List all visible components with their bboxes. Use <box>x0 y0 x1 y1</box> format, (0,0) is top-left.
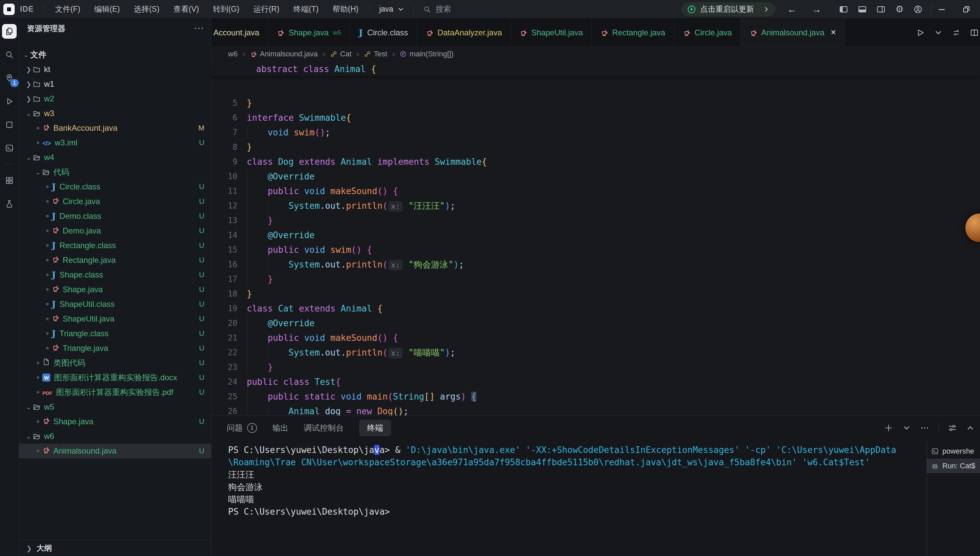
menu-item-终端T[interactable]: 终端(T) <box>286 0 325 18</box>
panel-tab-调试控制台[interactable]: 调试控制台 <box>304 423 344 433</box>
window-minimize-button[interactable] <box>937 5 946 14</box>
tree-item-label: Triangle.class <box>59 329 108 338</box>
tab-Account.java[interactable]: Account.java <box>211 19 268 46</box>
panel-sliders-icon[interactable] <box>948 423 957 432</box>
tree-file-图形面积计算器重构实验报告.docx[interactable]: W图形面积计算器重构实验报告.docxU <box>19 370 211 385</box>
explorer-more-actions-icon[interactable]: ··· <box>194 24 204 33</box>
panel-tab-问题[interactable]: 问题1 <box>227 423 257 433</box>
activity-source-control-button[interactable]: 1 <box>2 71 17 86</box>
activity-run-debug-button[interactable] <box>2 94 17 109</box>
menu-item-文件F[interactable]: 文件(F) <box>48 0 87 18</box>
tab-Circle.java[interactable]: Circle.java <box>674 19 741 46</box>
tree-file-Shape.java[interactable]: Shape.javaU <box>19 414 211 429</box>
tree-file-ShapeUtil.class[interactable]: JShapeUtil.classU <box>19 297 211 312</box>
tree-file-Triangle.java[interactable]: Triangle.javaU <box>19 341 211 356</box>
breadcrumb-item-Cat[interactable]: Cat <box>331 50 352 58</box>
account-icon[interactable] <box>914 5 922 14</box>
editor-chev-down-icon[interactable] <box>934 28 943 37</box>
tree-file-Rectangle.java[interactable]: Rectangle.javaU <box>19 253 211 267</box>
tab-Shape.java[interactable]: Shape.javaw5 <box>268 19 350 46</box>
breadcrumb-item-Test[interactable]: Test <box>364 50 387 58</box>
tree-file-BankAccount.java[interactable]: BankAccount.javaM <box>19 121 211 136</box>
problems-count-badge: 1 <box>247 423 257 433</box>
panel-ellipsis-icon[interactable] <box>920 423 929 432</box>
tree-file-类图代码[interactable]: 类图代码U <box>19 356 211 370</box>
toggle-left-sidebar-icon[interactable] <box>839 5 848 14</box>
tree-file-ShapeUtil.java[interactable]: ShapeUtil.javaU <box>19 312 211 326</box>
restart-to-update-button[interactable]: 点击重启以更新 <box>681 2 776 16</box>
session-Run-Cat-[interactable]: Run: Cat$ <box>927 459 980 473</box>
activity-extensions-button[interactable] <box>2 117 17 132</box>
activity-terminal-button[interactable] <box>2 141 17 155</box>
settings-gear-icon[interactable]: ⚙ <box>895 4 904 15</box>
tree-file-Circle.java[interactable]: Circle.javaU <box>19 194 211 209</box>
toggle-bottom-panel-icon[interactable] <box>858 5 867 14</box>
window-restore-button[interactable] <box>962 5 971 14</box>
activity-explorer-button[interactable] <box>2 24 17 39</box>
tree-folder-w3[interactable]: ⌄w3 <box>19 106 211 121</box>
activity-layout-grid-button[interactable] <box>2 173 17 188</box>
global-search[interactable]: 搜索 <box>418 4 456 15</box>
tree-folder-w1[interactable]: ❯w1 <box>19 77 211 91</box>
toggle-right-sidebar-icon[interactable] <box>877 5 885 14</box>
tree-file-Shape.class[interactable]: JShape.classU <box>19 267 211 282</box>
menu-item-帮助H[interactable]: 帮助(H) <box>325 0 365 18</box>
panel-tab-输出[interactable]: 输出 <box>273 423 289 433</box>
tree-folder-kt[interactable]: ❯kt <box>19 62 211 77</box>
tree-folder-代码[interactable]: ⌄代码 <box>19 165 211 179</box>
tree-folder-w2[interactable]: ❯w2 <box>19 91 211 106</box>
tree-file-Demo.java[interactable]: Demo.javaU <box>19 223 211 238</box>
tree-file-Triangle.class[interactable]: JTriangle.classU <box>19 326 211 341</box>
activity-test-beaker-button[interactable] <box>2 196 17 211</box>
tree-file-Rectangle.class[interactable]: JRectangle.classU <box>19 238 211 253</box>
breadcrumb-item-main(String[])[interactable]: main(String[]) <box>400 50 454 58</box>
git-status-badge: M <box>199 124 211 133</box>
tab-DataAnalyzer.java[interactable]: DataAnalyzer.java <box>417 19 511 46</box>
editor-swap-icon[interactable] <box>952 28 961 37</box>
tree-folder-w6[interactable]: ⌄w6 <box>19 429 211 444</box>
breadcrumb-item-Animalsound.java[interactable]: Animalsound.java <box>250 50 318 58</box>
terminal-output[interactable]: PS C:\Users\yuwei\Desktop\java> & 'D:\ja… <box>228 444 923 518</box>
panel-plus-icon[interactable] <box>884 423 893 432</box>
menu-item-转到G[interactable]: 转到(G) <box>206 0 246 18</box>
tree-folder-w5[interactable]: ⌄w5 <box>19 399 211 414</box>
nav-forward-button[interactable]: → <box>812 4 822 15</box>
code-editor[interactable]: 5}6interface Swimmable{7 void swim();8}9… <box>211 96 980 434</box>
session-powershe[interactable]: powershe <box>927 444 980 459</box>
menu-item-选择S[interactable]: 选择(S) <box>127 0 166 18</box>
editor-tabs: Account.javaShape.javaw5JCircle.classDat… <box>211 19 980 47</box>
tree-file-图形面积计算器重构实验报告.pdf[interactable]: PDF图形面积计算器重构实验报告.pdfU <box>19 385 211 399</box>
panel-chev-up-icon[interactable] <box>966 423 975 432</box>
pdf-icon: PDF <box>42 390 52 396</box>
project-picker[interactable]: java <box>374 5 410 14</box>
outline-section[interactable]: ❯ 大纲 <box>19 540 211 556</box>
code-text: class Cat extends Animal { <box>247 301 383 316</box>
editor-run-icon[interactable] <box>916 28 925 37</box>
tree-folder-文件[interactable]: ⌄文件 <box>19 47 211 62</box>
tab-ShapeUtil.java[interactable]: ShapeUtil.java <box>511 19 592 46</box>
breadcrumb-item-w6[interactable]: w6 <box>228 50 237 58</box>
menu-item-运行R[interactable]: 运行(R) <box>246 0 286 18</box>
tree-file-w3.iml[interactable]: </>w3.imlU <box>19 136 211 150</box>
menu-item-查看V[interactable]: 查看(V) <box>166 0 206 18</box>
tab-Rectangle.java[interactable]: Rectangle.java <box>592 19 674 46</box>
tree-file-Shape.java[interactable]: Shape.javaU <box>19 282 211 297</box>
file-dot-icon <box>46 244 49 247</box>
line-number: 15 <box>211 242 247 257</box>
app-logo-icon[interactable] <box>3 4 15 15</box>
tree-file-Circle.class[interactable]: JCircle.classU <box>19 179 211 194</box>
menu-item-编辑E[interactable]: 编辑(E) <box>87 0 127 18</box>
file-dot-icon <box>37 420 39 423</box>
tab-Animalsound.java[interactable]: Animalsound.java× <box>741 19 845 46</box>
tree-file-Animalsound.java[interactable]: Animalsound.javaU <box>19 444 211 458</box>
panel-tab-终端[interactable]: 终端 <box>359 420 391 436</box>
tree-file-Demo.class[interactable]: JDemo.classU <box>19 209 211 223</box>
tab-Circle.class[interactable]: JCircle.class <box>350 19 417 46</box>
tab-close-icon[interactable]: × <box>831 27 836 38</box>
editor-split-icon[interactable] <box>970 28 979 37</box>
panel-chev-down-icon[interactable] <box>902 423 911 432</box>
git-status-badge: U <box>199 344 211 352</box>
nav-back-button[interactable]: ← <box>787 4 797 15</box>
activity-search-button[interactable] <box>2 47 17 62</box>
tree-folder-w4[interactable]: ⌄w4 <box>19 150 211 165</box>
